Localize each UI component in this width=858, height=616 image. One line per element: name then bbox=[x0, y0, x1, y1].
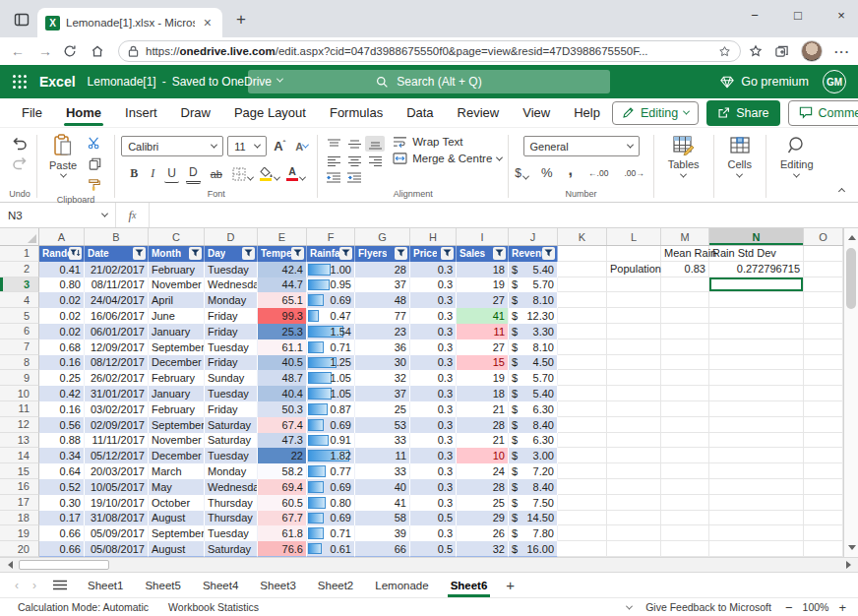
cell-E3[interactable]: 44.7 bbox=[258, 277, 307, 293]
formula-input[interactable] bbox=[150, 203, 858, 227]
cell-B20[interactable]: 05/08/2017 bbox=[85, 541, 149, 557]
column-header-E[interactable]: E bbox=[258, 228, 307, 245]
cell-A5[interactable]: 0.02 bbox=[39, 308, 85, 324]
cell-G8[interactable]: 30 bbox=[355, 355, 410, 371]
cell-K2[interactable] bbox=[558, 262, 607, 277]
cell-G17[interactable]: 41 bbox=[355, 495, 410, 511]
row-header-5[interactable]: 5 bbox=[0, 308, 39, 324]
vertical-scrollbar[interactable] bbox=[843, 228, 858, 557]
cell-I7[interactable]: 27 bbox=[457, 339, 509, 355]
column-header-C[interactable]: C bbox=[149, 228, 205, 245]
cell-E1[interactable]: Temperature bbox=[258, 246, 307, 262]
cell-N2-rain-std-value[interactable]: 0.272796715 bbox=[709, 262, 804, 277]
filter-button-month[interactable] bbox=[189, 247, 202, 260]
cell-L19[interactable] bbox=[607, 525, 661, 541]
cell-G5[interactable]: 77 bbox=[355, 308, 410, 324]
sheet-tab-sheet5[interactable]: Sheet5 bbox=[134, 573, 191, 598]
cell-B19[interactable]: 05/09/2017 bbox=[85, 525, 149, 541]
chevron-down-icon[interactable] bbox=[626, 602, 633, 609]
cell-O1[interactable] bbox=[804, 246, 843, 262]
cell-J8[interactable]: $4.50 bbox=[509, 355, 558, 371]
cell-F18[interactable]: 0.69 bbox=[307, 511, 355, 526]
cell-N16[interactable] bbox=[709, 479, 804, 495]
home-icon[interactable] bbox=[91, 44, 110, 58]
cell-K8[interactable] bbox=[558, 355, 607, 371]
cell-B7[interactable]: 12/09/2017 bbox=[85, 339, 149, 355]
cell-I20[interactable]: 32 bbox=[457, 541, 509, 557]
row-header-15[interactable]: 15 bbox=[0, 463, 39, 479]
cell-D18[interactable]: Thursday bbox=[205, 511, 258, 526]
decrease-indent-icon[interactable] bbox=[324, 169, 343, 185]
cell-M14[interactable] bbox=[661, 448, 709, 463]
filter-button-randomid[interactable] bbox=[69, 247, 82, 260]
cell-B1[interactable]: Date bbox=[85, 246, 149, 262]
cells-button[interactable]: Cells bbox=[720, 133, 760, 181]
row-header-3[interactable]: 3 bbox=[0, 277, 39, 293]
strikethrough-icon[interactable]: ab bbox=[208, 166, 225, 182]
cell-M11[interactable] bbox=[661, 401, 709, 417]
editing-mode-button[interactable]: Editing bbox=[612, 101, 699, 125]
menu-tab-page-layout[interactable]: Page Layout bbox=[222, 98, 318, 128]
cell-N15[interactable] bbox=[709, 463, 804, 479]
cell-H7[interactable]: 0.3 bbox=[410, 339, 457, 355]
cell-F16[interactable]: 0.69 bbox=[307, 479, 355, 495]
cell-J20[interactable]: $16.00 bbox=[509, 541, 558, 557]
cell-J14[interactable]: $3.00 bbox=[509, 448, 558, 463]
menu-tab-view[interactable]: View bbox=[511, 98, 562, 128]
cell-A20[interactable]: 0.66 bbox=[39, 541, 85, 557]
cell-C10[interactable]: January bbox=[149, 386, 205, 401]
cell-H11[interactable]: 0.3 bbox=[410, 401, 457, 417]
sheet-prev-icon[interactable]: ‹ bbox=[8, 579, 26, 592]
cell-K20[interactable] bbox=[558, 541, 607, 557]
row-header-7[interactable]: 7 bbox=[0, 339, 39, 355]
menu-tab-draw[interactable]: Draw bbox=[169, 98, 222, 128]
cell-L7[interactable] bbox=[607, 339, 661, 355]
cell-H1[interactable]: Price bbox=[410, 246, 457, 262]
cell-F17[interactable]: 0.80 bbox=[307, 495, 355, 511]
account-avatar[interactable]: GM bbox=[823, 70, 846, 93]
menu-tab-help[interactable]: Help bbox=[562, 98, 612, 128]
close-button[interactable]: × bbox=[834, 8, 848, 23]
cell-N10[interactable] bbox=[709, 386, 804, 401]
horizontal-scrollbar[interactable] bbox=[0, 557, 858, 573]
cell-K11[interactable] bbox=[558, 401, 607, 417]
cell-H16[interactable]: 0.3 bbox=[410, 479, 457, 495]
menu-tab-home[interactable]: Home bbox=[54, 98, 113, 128]
sheet-tab-sheet1[interactable]: Sheet1 bbox=[77, 573, 134, 598]
cell-H8[interactable]: 0.3 bbox=[410, 355, 457, 371]
filter-button-revenue[interactable] bbox=[542, 247, 555, 260]
url-bar[interactable]: https://onedrive.live.com/edit.aspx?cid=… bbox=[118, 40, 741, 62]
filter-button-day[interactable] bbox=[242, 247, 255, 260]
column-header-J[interactable]: J bbox=[509, 228, 558, 245]
row-header-2[interactable]: 2 bbox=[0, 262, 39, 277]
filter-button-date[interactable] bbox=[133, 247, 146, 260]
cell-B5[interactable]: 16/06/2017 bbox=[85, 308, 149, 324]
cell-J3[interactable]: $5.70 bbox=[509, 277, 558, 293]
cell-J2[interactable]: $5.40 bbox=[509, 262, 558, 277]
cell-K17[interactable] bbox=[558, 495, 607, 511]
cell-N9[interactable] bbox=[709, 370, 804, 386]
cell-N11[interactable] bbox=[709, 401, 804, 417]
fill-color-button[interactable] bbox=[260, 167, 279, 181]
cell-F5[interactable]: 0.47 bbox=[307, 308, 355, 324]
cell-E10[interactable]: 40.4 bbox=[258, 386, 307, 401]
cell-J11[interactable]: $6.30 bbox=[509, 401, 558, 417]
cell-N14[interactable] bbox=[709, 448, 804, 463]
cell-H18[interactable]: 0.5 bbox=[410, 511, 457, 526]
column-header-N[interactable]: N bbox=[709, 228, 804, 245]
italic-icon[interactable]: I bbox=[148, 164, 157, 183]
insert-function-icon[interactable]: fx bbox=[116, 203, 150, 227]
font-color-button[interactable]: A bbox=[286, 166, 305, 181]
cell-D16[interactable]: Wednesday bbox=[205, 479, 258, 495]
align-left-icon[interactable] bbox=[324, 153, 343, 168]
font-name-select[interactable]: Calibri bbox=[121, 136, 223, 156]
cell-E20[interactable]: 76.6 bbox=[258, 541, 307, 557]
cell-C20[interactable]: August bbox=[149, 541, 205, 557]
cell-B10[interactable]: 31/01/2017 bbox=[85, 386, 149, 401]
cell-O3[interactable] bbox=[804, 277, 843, 293]
cell-J5[interactable]: $12.30 bbox=[509, 308, 558, 324]
increase-font-icon[interactable]: Aˆ bbox=[271, 137, 288, 155]
sheet-tab-sheet6[interactable]: Sheet6 bbox=[440, 573, 499, 598]
cell-O17[interactable] bbox=[804, 495, 843, 511]
cell-D13[interactable]: Saturday bbox=[205, 433, 258, 449]
